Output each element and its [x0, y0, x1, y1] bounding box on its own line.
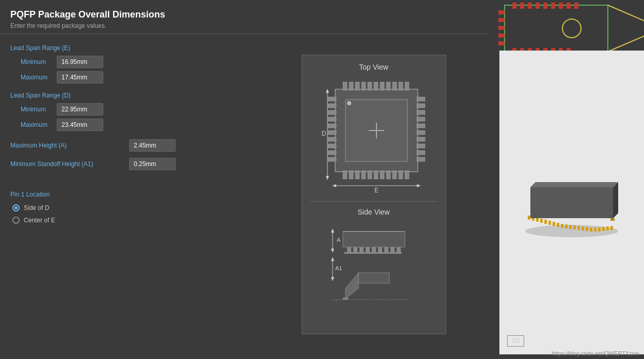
radio-center-of-e[interactable]: Center of E — [12, 217, 238, 224]
svg-rect-116 — [540, 219, 543, 223]
svg-marker-80 — [417, 184, 421, 187]
lead-span-d-group: Lead Span Range (D) Minimum Maximum — [10, 92, 238, 131]
radio-side-of-d[interactable]: Side of D — [12, 204, 238, 211]
svg-rect-52 — [399, 171, 403, 179]
svg-rect-99 — [360, 252, 369, 254]
svg-point-77 — [347, 101, 351, 105]
left-panel: Lead Span Range (E) Minimum Maximum Lead… — [0, 34, 248, 354]
svg-rect-72 — [417, 151, 425, 155]
svg-rect-9 — [543, 3, 547, 9]
svg-text:A1: A1 — [335, 265, 342, 271]
svg-rect-101 — [377, 252, 385, 254]
svg-rect-98 — [352, 252, 360, 254]
max-height-row: Maximum Height (A) — [10, 139, 238, 152]
lead-span-e-max-label: Maximum — [21, 74, 57, 81]
svg-text:A: A — [337, 237, 341, 243]
lead-span-e-max-row: Maximum — [21, 71, 238, 84]
svg-rect-120 — [557, 223, 559, 227]
svg-rect-139 — [610, 218, 615, 221]
lead-span-d-max-label: Maximum — [21, 121, 57, 128]
svg-marker-79 — [332, 184, 336, 187]
min-standoff-label: Minimum Standoff Height (A1) — [10, 160, 129, 168]
svg-rect-10 — [551, 3, 555, 9]
svg-rect-34 — [355, 82, 359, 90]
svg-rect-33 — [349, 82, 353, 90]
lead-span-d-min-input[interactable] — [57, 103, 103, 116]
svg-rect-65 — [417, 104, 425, 108]
svg-rect-7 — [528, 3, 532, 9]
svg-rect-119 — [553, 222, 555, 226]
lead-span-d-max-input[interactable] — [57, 119, 103, 131]
svg-rect-123 — [569, 225, 572, 229]
svg-rect-127 — [586, 227, 588, 231]
svg-marker-144 — [530, 182, 618, 187]
side-view-diagram: A — [317, 221, 431, 326]
2d-button[interactable]: 2D — [507, 335, 524, 347]
lead-span-e-group: Lead Span Range (E) Minimum Maximum — [10, 44, 238, 84]
svg-rect-37 — [374, 82, 378, 90]
top-view-diagram: D — [317, 76, 431, 195]
svg-rect-63 — [328, 157, 336, 161]
svg-rect-54 — [328, 97, 336, 101]
lead-span-e-max-input[interactable] — [57, 71, 103, 84]
url-bar: https://blog.csdn.net/QWERTYzxw — [552, 350, 639, 356]
preview-area: 2D — [499, 51, 644, 354]
svg-rect-130 — [598, 227, 601, 232]
svg-rect-55 — [328, 104, 336, 108]
radio-dot-side-of-d — [12, 204, 20, 211]
max-height-label: Maximum Height (A) — [10, 142, 129, 149]
svg-rect-128 — [590, 227, 592, 232]
svg-text:D: D — [321, 130, 326, 137]
svg-rect-71 — [417, 144, 425, 148]
svg-rect-73 — [417, 157, 425, 161]
lead-span-e-min-input[interactable] — [57, 56, 103, 68]
svg-rect-45 — [355, 171, 359, 179]
svg-rect-110 — [343, 298, 348, 300]
right-panel: Preview — [499, 34, 644, 354]
svg-rect-11 — [559, 3, 563, 9]
svg-text:E: E — [374, 187, 378, 194]
svg-rect-103 — [394, 252, 402, 254]
svg-rect-49 — [380, 171, 384, 179]
svg-rect-60 — [328, 137, 336, 141]
min-standoff-row: Minimum Standoff Height (A1) — [10, 158, 238, 170]
lead-span-e-label: Lead Span Range (E) — [10, 44, 238, 52]
radio-label-side-of-d: Side of D — [24, 204, 49, 211]
svg-rect-48 — [374, 171, 378, 179]
svg-marker-28 — [326, 89, 329, 93]
side-view-svg: A — [317, 221, 431, 324]
svg-rect-100 — [369, 252, 377, 254]
svg-rect-70 — [417, 137, 425, 141]
svg-rect-133 — [610, 226, 613, 230]
pin-location-title: Pin 1 Location — [10, 191, 238, 198]
svg-rect-56 — [328, 110, 336, 115]
lead-span-e-min-row: Minimum — [21, 56, 238, 68]
svg-rect-51 — [392, 171, 397, 179]
min-standoff-input[interactable] — [129, 158, 176, 170]
svg-rect-125 — [577, 226, 580, 230]
svg-rect-118 — [548, 221, 551, 225]
max-height-input[interactable] — [129, 139, 176, 152]
svg-rect-47 — [368, 171, 372, 179]
svg-rect-102 — [385, 252, 394, 254]
svg-rect-35 — [362, 82, 366, 90]
svg-rect-36 — [368, 82, 372, 90]
circuit-decoration — [489, 0, 644, 57]
svg-marker-141 — [613, 182, 618, 218]
svg-rect-64 — [417, 97, 425, 101]
svg-rect-50 — [386, 171, 390, 179]
svg-rect-131 — [602, 227, 605, 231]
svg-rect-61 — [328, 144, 336, 148]
svg-marker-105 — [331, 257, 334, 261]
lead-span-d-label: Lead Span Range (D) — [10, 92, 238, 99]
svg-rect-41 — [399, 82, 403, 90]
svg-rect-132 — [606, 226, 609, 231]
svg-rect-117 — [544, 220, 547, 224]
svg-rect-69 — [417, 130, 425, 135]
svg-rect-6 — [520, 3, 524, 9]
radio-dot-center-of-e — [12, 217, 20, 224]
svg-rect-23 — [498, 18, 505, 22]
svg-rect-108 — [358, 273, 389, 283]
svg-rect-38 — [380, 82, 384, 90]
pin-location-section: Pin 1 Location Side of D Center of E — [10, 191, 238, 224]
